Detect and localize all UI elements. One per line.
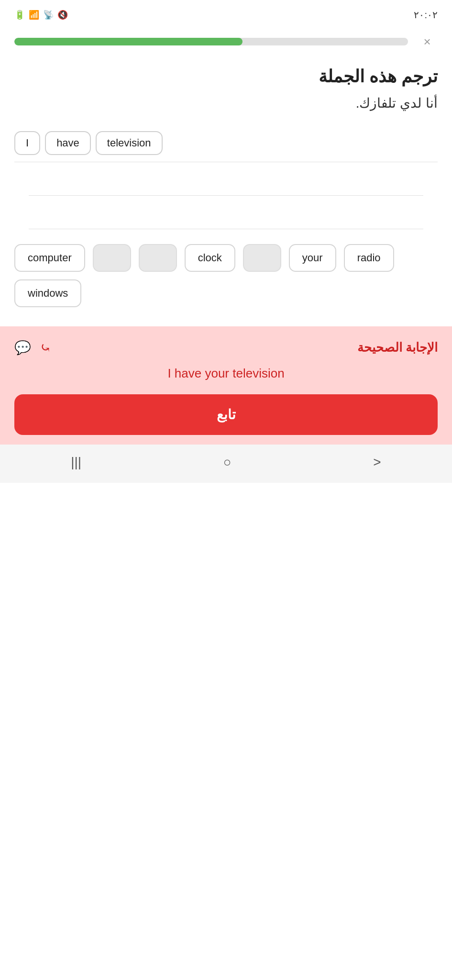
answer-label: الإجابة الصحيحة <box>357 340 438 355</box>
status-time: ٢٠:٠٢ <box>414 9 438 21</box>
word-chip-computer[interactable]: computer <box>14 244 85 272</box>
empty-row-1 <box>29 162 423 196</box>
status-icons: 🔋 📶 📡 🔇 <box>14 10 68 20</box>
correct-answer-text: I have your television <box>14 362 438 390</box>
close-button[interactable]: × <box>417 31 438 52</box>
progress-bar-track <box>14 38 408 45</box>
word-chip-radio[interactable]: radio <box>344 244 394 272</box>
nav-back-icon[interactable]: ||| <box>71 455 81 470</box>
sound-off-icon: 🔇 <box>57 10 68 20</box>
answer-panel-header: الإجابة الصحيحة ⤿ 💬 <box>14 340 438 356</box>
signal-icon: 📶 <box>29 10 39 20</box>
selected-words-area: I have television <box>0 124 452 230</box>
word-row-1[interactable]: I have television <box>14 124 438 162</box>
word-chip-clock[interactable]: clock <box>185 244 235 272</box>
nav-home-icon[interactable]: ○ <box>223 455 232 470</box>
word-chip-used-1 <box>93 244 131 272</box>
progress-container: × <box>0 26 452 57</box>
answer-icons: ⤿ 💬 <box>14 340 51 356</box>
selected-word-television[interactable]: television <box>96 131 163 155</box>
selected-word-have[interactable]: have <box>45 131 91 155</box>
bookmark-icon[interactable]: ⤿ <box>40 340 51 356</box>
chat-icon[interactable]: 💬 <box>14 340 31 356</box>
continue-button[interactable]: تابع <box>14 394 438 435</box>
empty-row-2 <box>29 196 423 229</box>
status-bar: 🔋 📶 📡 🔇 ٢٠:٠٢ <box>0 0 452 26</box>
word-chip-windows[interactable]: windows <box>14 279 81 307</box>
nav-forward-icon[interactable]: > <box>373 455 381 470</box>
selected-word-I[interactable]: I <box>14 131 40 155</box>
word-bank: computer clock your radio windows <box>0 230 452 317</box>
battery-icon: 🔋 <box>14 10 25 20</box>
arabic-sentence: أنا لدي تلفازك. <box>0 90 452 124</box>
word-chip-your[interactable]: your <box>289 244 336 272</box>
answer-panel: الإجابة الصحيحة ⤿ 💬 I have your televisi… <box>0 326 452 445</box>
progress-bar-fill <box>14 38 243 45</box>
word-chip-used-2 <box>139 244 177 272</box>
wifi-icon: 📡 <box>43 10 54 20</box>
exercise-title: ترجم هذه الجملة <box>0 57 452 90</box>
nav-bar: ||| ○ > <box>0 445 452 483</box>
word-chip-used-3 <box>243 244 281 272</box>
